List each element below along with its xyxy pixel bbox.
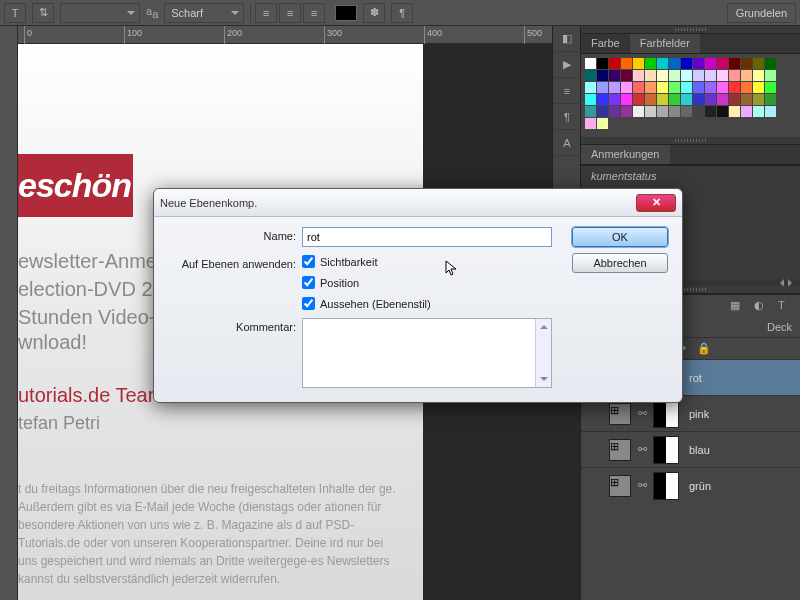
- paragraph-icon[interactable]: ¶: [553, 104, 581, 130]
- color-swatch[interactable]: [729, 70, 740, 81]
- color-swatch[interactable]: [597, 106, 608, 117]
- swatches-grid[interactable]: [581, 54, 800, 137]
- toggle-icon[interactable]: ⇅: [32, 3, 54, 23]
- color-swatch[interactable]: [765, 82, 776, 93]
- color-swatch[interactable]: [633, 82, 644, 93]
- color-swatch[interactable]: [681, 106, 692, 117]
- color-swatch[interactable]: [585, 70, 596, 81]
- align-right-icon[interactable]: ≡: [303, 3, 325, 23]
- properties-icon[interactable]: ≡: [553, 78, 581, 104]
- color-swatch[interactable]: [765, 70, 776, 81]
- character-icon[interactable]: A: [553, 130, 581, 156]
- layer-name[interactable]: blau: [689, 444, 710, 456]
- position-checkbox[interactable]: Position: [302, 276, 560, 289]
- color-swatch[interactable]: [729, 82, 740, 93]
- color-swatch[interactable]: [609, 106, 620, 117]
- color-swatch[interactable]: [657, 106, 668, 117]
- color-swatch[interactable]: [609, 94, 620, 105]
- color-swatch[interactable]: [645, 70, 656, 81]
- lock-all-icon[interactable]: 🔒: [697, 342, 711, 355]
- dialog-titlebar[interactable]: Neue Ebenenkomp. ✕: [154, 189, 682, 217]
- layer-name[interactable]: pink: [689, 408, 709, 420]
- color-swatch[interactable]: [753, 70, 764, 81]
- warp-text-icon[interactable]: ✽: [363, 3, 385, 23]
- visibility-toggle[interactable]: [587, 478, 603, 494]
- text-tool-icon[interactable]: T: [4, 3, 26, 23]
- color-swatch[interactable]: [657, 58, 668, 69]
- color-swatch[interactable]: [597, 94, 608, 105]
- color-swatch[interactable]: [705, 70, 716, 81]
- color-swatch[interactable]: [681, 70, 692, 81]
- history-icon[interactable]: ◧: [553, 26, 581, 52]
- color-swatch[interactable]: [597, 70, 608, 81]
- color-swatch[interactable]: [693, 70, 704, 81]
- color-swatch[interactable]: [621, 94, 632, 105]
- color-swatch[interactable]: [741, 106, 752, 117]
- color-swatch[interactable]: [705, 58, 716, 69]
- font-size-select[interactable]: [60, 3, 140, 23]
- color-swatch[interactable]: [717, 106, 728, 117]
- filter-pixel-icon[interactable]: ▦: [730, 299, 746, 313]
- color-swatch[interactable]: [729, 94, 740, 105]
- color-swatch[interactable]: [597, 118, 608, 129]
- color-swatch[interactable]: [645, 82, 656, 93]
- text-color-swatch[interactable]: [335, 5, 357, 21]
- color-swatch[interactable]: [585, 94, 596, 105]
- layer-name[interactable]: grün: [689, 480, 711, 492]
- layer-thumb[interactable]: ⊞: [609, 439, 631, 461]
- workspace-switcher[interactable]: Grundelen: [727, 3, 796, 23]
- color-swatch[interactable]: [753, 82, 764, 93]
- color-swatch[interactable]: [765, 106, 776, 117]
- color-swatch[interactable]: [717, 58, 728, 69]
- color-swatch[interactable]: [669, 58, 680, 69]
- filter-adjust-icon[interactable]: ◐: [754, 299, 770, 313]
- color-swatch[interactable]: [693, 58, 704, 69]
- color-swatch[interactable]: [621, 70, 632, 81]
- align-left-icon[interactable]: ≡: [255, 3, 277, 23]
- visibility-toggle[interactable]: [587, 442, 603, 458]
- color-swatch[interactable]: [717, 70, 728, 81]
- color-swatch[interactable]: [585, 82, 596, 93]
- color-swatch[interactable]: [645, 58, 656, 69]
- filter-type-icon[interactable]: T: [778, 299, 794, 313]
- close-button[interactable]: ✕: [636, 194, 676, 212]
- color-swatch[interactable]: [753, 106, 764, 117]
- layer-name[interactable]: rot: [689, 372, 702, 384]
- color-swatch[interactable]: [645, 106, 656, 117]
- color-swatch[interactable]: [645, 94, 656, 105]
- panel-grip[interactable]: [581, 137, 800, 145]
- color-swatch[interactable]: [717, 82, 728, 93]
- color-swatch[interactable]: [633, 58, 644, 69]
- name-input[interactable]: [302, 227, 552, 247]
- layer-thumb[interactable]: ⊞: [609, 475, 631, 497]
- color-swatch[interactable]: [693, 94, 704, 105]
- paragraph-panel-icon[interactable]: ¶: [391, 3, 413, 23]
- color-swatch[interactable]: [609, 82, 620, 93]
- appearance-checkbox[interactable]: Aussehen (Ebenenstil): [302, 297, 560, 310]
- color-swatch[interactable]: [657, 70, 668, 81]
- color-swatch[interactable]: [585, 118, 596, 129]
- align-center-icon[interactable]: ≡: [279, 3, 301, 23]
- color-swatch[interactable]: [753, 58, 764, 69]
- color-swatch[interactable]: [693, 106, 704, 117]
- color-swatch[interactable]: [753, 94, 764, 105]
- layer-row[interactable]: ⊞⚯blau: [581, 431, 800, 467]
- color-swatch[interactable]: [633, 106, 644, 117]
- tab-farbfelder[interactable]: Farbfelder: [630, 34, 700, 53]
- tab-anmerkungen[interactable]: Anmerkungen: [581, 145, 670, 164]
- color-swatch[interactable]: [633, 94, 644, 105]
- color-swatch[interactable]: [621, 82, 632, 93]
- color-swatch[interactable]: [681, 58, 692, 69]
- cancel-button[interactable]: Abbrechen: [572, 253, 668, 273]
- color-swatch[interactable]: [669, 70, 680, 81]
- color-swatch[interactable]: [621, 106, 632, 117]
- color-swatch[interactable]: [765, 94, 776, 105]
- color-swatch[interactable]: [729, 58, 740, 69]
- color-swatch[interactable]: [609, 58, 620, 69]
- color-swatch[interactable]: [669, 82, 680, 93]
- visibility-toggle[interactable]: [587, 406, 603, 422]
- color-swatch[interactable]: [741, 58, 752, 69]
- color-swatch[interactable]: [765, 58, 776, 69]
- color-swatch[interactable]: [597, 58, 608, 69]
- color-swatch[interactable]: [585, 106, 596, 117]
